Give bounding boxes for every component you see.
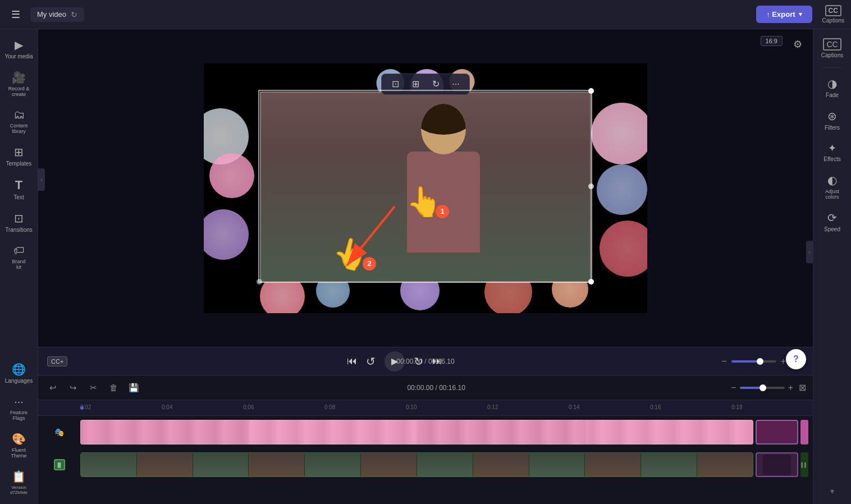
sidebar-item-content-library[interactable]: 🗂 Contentlibrary	[2, 104, 36, 139]
track-label-sticker: 🎭	[38, 428, 80, 437]
captions-button[interactable]: CC Captions	[822, 5, 844, 24]
cut-button[interactable]: ✂	[85, 380, 101, 396]
sidebar-collapse-button[interactable]: ›	[38, 168, 45, 191]
version-icon: 📋	[12, 470, 26, 483]
menu-button[interactable]: ☰	[7, 6, 25, 24]
record-icon: 🎥	[12, 71, 26, 84]
timeline-zoom-controls: − + ⊠	[731, 382, 806, 393]
right-panel-item-effects[interactable]: ✦ Effects	[816, 138, 849, 167]
track-label-video: ▐▌	[38, 459, 80, 470]
filters-icon: ⊛	[827, 109, 837, 123]
brand-icon: 🏷	[13, 244, 25, 257]
undo-button[interactable]: ↩	[45, 380, 61, 396]
sidebar-item-transitions[interactable]: ⊡ Transitions	[2, 207, 36, 237]
cc-button[interactable]: CC+	[47, 356, 67, 366]
sidebar-item-your-media[interactable]: ▶ Your media	[2, 34, 36, 64]
languages-icon: 🌐	[12, 363, 26, 376]
effects-icon: ✦	[828, 142, 836, 154]
text-icon: T	[15, 178, 22, 193]
playback-controls: ⏮ ↺ ▶ ↻ ⏭	[72, 351, 717, 372]
sidebar-item-templates[interactable]: ⊞ Templates	[2, 141, 36, 171]
main-area: ▶ Your media 🎥 Record &create 🗂 Contentl…	[0, 29, 851, 504]
sidebar-item-text[interactable]: T Text	[2, 173, 36, 205]
topbar: ☰ My video ↻ ↑ Export ▾ CC Captions	[0, 0, 851, 29]
timeline-ruler[interactable]: 0:02 0:04 0:06 0:08 0:10 0:12	[38, 400, 813, 416]
more-options-button[interactable]: ···	[449, 77, 463, 91]
fade-icon: ◑	[827, 77, 837, 90]
fit-button[interactable]: ⊞	[409, 77, 422, 91]
sidebar-item-label: Brandkit	[12, 259, 25, 270]
rewind-icon: ↺	[366, 355, 376, 368]
video-clip-end[interactable]	[756, 452, 798, 477]
export-button[interactable]: ↑ Export ▾	[756, 6, 812, 23]
sidebar-item-label: Languages	[5, 378, 33, 384]
media-icon: ▶	[15, 38, 23, 52]
sidebar-item-label: Text	[13, 194, 24, 200]
left-sidebar: ▶ Your media 🎥 Record &create 🗂 Contentl…	[0, 29, 38, 504]
zoom-out-icon[interactable]: −	[721, 356, 726, 366]
preview-settings-button[interactable]: ⚙	[789, 36, 806, 53]
video-pause-marker[interactable]: ▌▌	[800, 452, 808, 477]
sidebar-item-label: Record &create	[8, 86, 30, 97]
templates-icon: ⊞	[14, 145, 24, 159]
timeline-zoom-slider[interactable]	[740, 387, 785, 389]
sidebar-item-languages[interactable]: 🌐 Languages	[2, 358, 36, 388]
export-chevron-icon: ▾	[799, 11, 802, 18]
right-panel-item-filters[interactable]: ⊛ Filters	[816, 105, 849, 135]
video-controls: CC+ ⏮ ↺ ▶ ↻ ⏭ 00:00.00	[38, 347, 813, 375]
rewind-button[interactable]: ↺	[366, 355, 376, 368]
right-panel-divider-1	[821, 67, 844, 68]
zoom-in-icon[interactable]: +	[788, 383, 793, 393]
right-panel-collapse-button[interactable]: ▾	[827, 483, 838, 500]
rotate-button[interactable]: ↻	[429, 77, 442, 91]
right-panel: CC Captions ◑ Fade ⊛ Filters ✦ Effects ◐…	[813, 29, 851, 504]
right-sidebar-collapse-button[interactable]: ‹	[806, 241, 813, 263]
sticker-track-content[interactable]	[80, 420, 813, 445]
right-panel-item-captions[interactable]: CC Captions	[816, 34, 849, 63]
captions-icon: CC	[825, 5, 841, 16]
sidebar-item-version[interactable]: 📋 Versiond72b9de	[2, 465, 36, 500]
transitions-icon: ⊡	[14, 212, 24, 225]
flags-icon: ···	[14, 395, 24, 408]
sidebar-item-label: FluentTheme	[11, 447, 26, 459]
save-to-timeline-button[interactable]: 💾	[126, 380, 141, 396]
sticker-clip-end[interactable]	[756, 420, 798, 445]
zoom-in-icon[interactable]: +	[781, 356, 786, 366]
refresh-icon: ↻	[71, 10, 77, 19]
video-canvas[interactable]: ⊡ ⊞ ↻ ··· 👆 1	[204, 63, 647, 313]
sidebar-item-brand-kit[interactable]: 🏷 Brandkit	[2, 240, 36, 274]
delete-button[interactable]: 🗑	[106, 380, 121, 396]
sidebar-item-fluent-theme[interactable]: 🎨 FluentTheme	[2, 428, 36, 463]
help-button[interactable]: ?	[786, 349, 806, 369]
settings-icon: ⚙	[793, 38, 802, 51]
sidebar-item-label: Your media	[4, 53, 33, 59]
sticker-clip-small[interactable]	[800, 420, 808, 445]
zoom-slider[interactable]	[731, 360, 776, 363]
project-title[interactable]: My video ↻	[30, 7, 84, 22]
skip-back-button[interactable]: ⏮	[347, 355, 357, 367]
captions-panel-icon: CC	[823, 38, 841, 51]
sidebar-item-label: Versiond72b9de	[10, 485, 28, 495]
aspect-ratio-badge: 16:9	[761, 36, 783, 46]
video-inner-frame	[260, 91, 591, 282]
sidebar-item-label: Transitions	[5, 227, 33, 233]
right-panel-item-fade[interactable]: ◑ Fade	[816, 72, 849, 103]
right-panel-item-adjust-colors[interactable]: ◐ Adjustcolors	[816, 169, 849, 204]
sidebar-item-label: Contentlibrary	[10, 123, 28, 134]
sidebar-item-feature-flags[interactable]: ··· FeatureFlags	[2, 391, 36, 425]
video-track-content[interactable]: ▌▌	[80, 452, 813, 477]
skip-back-icon: ⏮	[347, 355, 357, 367]
video-track: ▐▌	[38, 448, 813, 481]
zoom-out-icon[interactable]: −	[731, 383, 736, 393]
video-preview[interactable]: ⚙ 16:9	[38, 29, 813, 347]
sidebar-item-record-create[interactable]: 🎥 Record &create	[2, 66, 36, 102]
library-icon: 🗂	[13, 108, 25, 121]
theme-icon: 🎨	[12, 432, 26, 446]
video-toolbar: ⊡ ⊞ ↻ ···	[381, 74, 470, 95]
right-panel-item-speed[interactable]: ⟳ Speed	[816, 207, 849, 237]
timeline-toolbar: ↩ ↪ ✂ 🗑 💾 00:00.00 / 00:16.10 − + ⊠	[38, 375, 813, 400]
crop-button[interactable]: ⊡	[388, 77, 402, 91]
sticker-track: 🎭	[38, 416, 813, 448]
redo-button[interactable]: ↪	[65, 380, 81, 396]
fit-timeline-icon[interactable]: ⊠	[799, 382, 806, 393]
